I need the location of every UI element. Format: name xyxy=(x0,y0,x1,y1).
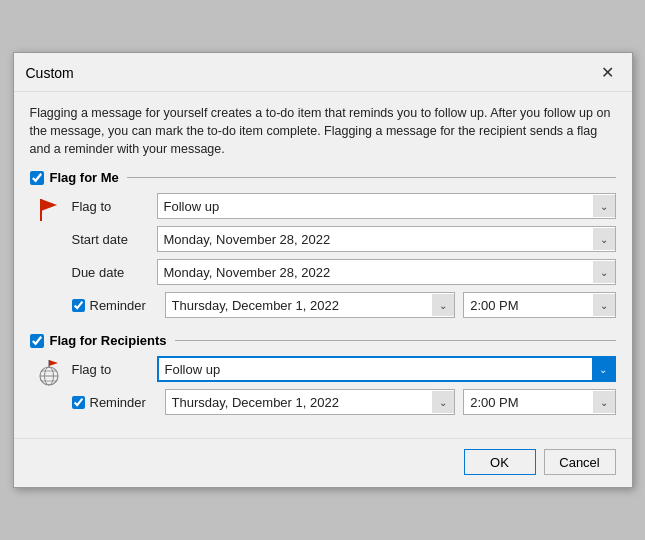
dialog-body: Flagging a message for yourself creates … xyxy=(14,92,632,434)
title-bar: Custom ✕ xyxy=(14,53,632,92)
reminder-me-checkbox[interactable] xyxy=(72,299,85,312)
flag-for-recipients-label[interactable]: Flag for Recipients xyxy=(30,333,167,348)
flag-world-icon xyxy=(34,358,64,388)
dialog-title: Custom xyxy=(26,65,74,81)
reminder-me-date-arrow: ⌄ xyxy=(432,294,454,316)
due-date-dropdown[interactable]: Monday, November 28, 2022 ⌄ xyxy=(157,259,616,285)
description-text: Flagging a message for yourself creates … xyxy=(30,104,616,158)
custom-dialog: Custom ✕ Flagging a message for yourself… xyxy=(13,52,633,488)
ok-button[interactable]: OK xyxy=(464,449,536,475)
flag-for-recipients-checkbox[interactable] xyxy=(30,334,44,348)
reminder-me-time-value: 2:00 PM xyxy=(470,298,592,313)
flag-me-icon-col xyxy=(30,193,68,223)
reminder-me-label[interactable]: Reminder xyxy=(72,298,157,313)
flag-red-icon xyxy=(35,195,63,223)
reminder-me-date-dropdown[interactable]: Thursday, December 1, 2022 ⌄ xyxy=(165,292,456,318)
flag-to-arrow: ⌄ xyxy=(593,195,615,217)
flag-for-me-section-header: Flag for Me xyxy=(30,170,616,185)
recipients-flag-to-dropdown[interactable]: Follow up ⌄ xyxy=(157,356,616,382)
flag-for-recipients-content: Flag to Follow up ⌄ Reminder Thursday, D… xyxy=(30,356,616,422)
flag-to-dropdown[interactable]: Follow up ⌄ xyxy=(157,193,616,219)
reminder-recipients-date-dropdown[interactable]: Thursday, December 1, 2022 ⌄ xyxy=(165,389,456,415)
start-date-dropdown[interactable]: Monday, November 28, 2022 ⌄ xyxy=(157,226,616,252)
reminder-recipients-time-dropdown[interactable]: 2:00 PM ⌄ xyxy=(463,389,615,415)
reminder-me-date-value: Thursday, December 1, 2022 xyxy=(172,298,433,313)
reminder-me-time-arrow: ⌄ xyxy=(593,294,615,316)
recipients-flag-to-label: Flag to xyxy=(72,362,147,377)
reminder-row-me: Reminder Thursday, December 1, 2022 ⌄ 2:… xyxy=(72,292,616,318)
due-date-value: Monday, November 28, 2022 xyxy=(164,265,593,280)
flag-for-recipients-fields: Flag to Follow up ⌄ Reminder Thursday, D… xyxy=(72,356,616,422)
flag-for-me-content: Flag to Follow up ⌄ Start date Monday, N… xyxy=(30,193,616,325)
due-date-arrow: ⌄ xyxy=(593,261,615,283)
start-date-label: Start date xyxy=(72,232,147,247)
due-date-row: Due date Monday, November 28, 2022 ⌄ xyxy=(72,259,616,285)
flag-for-me-label[interactable]: Flag for Me xyxy=(30,170,119,185)
section-divider xyxy=(127,177,616,178)
svg-marker-0 xyxy=(41,199,57,211)
reminder-me-time-dropdown[interactable]: 2:00 PM ⌄ xyxy=(463,292,615,318)
flag-to-label: Flag to xyxy=(72,199,147,214)
flag-for-me-fields: Flag to Follow up ⌄ Start date Monday, N… xyxy=(72,193,616,325)
start-date-arrow: ⌄ xyxy=(593,228,615,250)
section-divider-2 xyxy=(175,340,616,341)
due-date-label: Due date xyxy=(72,265,147,280)
reminder-row-recipients: Reminder Thursday, December 1, 2022 ⌄ 2:… xyxy=(72,389,616,415)
start-date-value: Monday, November 28, 2022 xyxy=(164,232,593,247)
recipients-flag-to-value: Follow up xyxy=(165,362,592,377)
recipients-flag-to-arrow: ⌄ xyxy=(592,358,614,380)
reminder-recipients-time-arrow: ⌄ xyxy=(593,391,615,413)
reminder-recipients-date-arrow: ⌄ xyxy=(432,391,454,413)
flag-for-me-checkbox[interactable] xyxy=(30,171,44,185)
close-button[interactable]: ✕ xyxy=(596,61,620,85)
flag-recipients-icon-col xyxy=(30,356,68,388)
cancel-button[interactable]: Cancel xyxy=(544,449,616,475)
reminder-recipients-checkbox[interactable] xyxy=(72,396,85,409)
svg-marker-8 xyxy=(49,360,58,366)
recipients-flag-to-row: Flag to Follow up ⌄ xyxy=(72,356,616,382)
reminder-recipients-time-value: 2:00 PM xyxy=(470,395,592,410)
reminder-recipients-date-value: Thursday, December 1, 2022 xyxy=(172,395,433,410)
start-date-row: Start date Monday, November 28, 2022 ⌄ xyxy=(72,226,616,252)
dialog-footer: OK Cancel xyxy=(14,438,632,487)
reminder-recipients-label[interactable]: Reminder xyxy=(72,395,157,410)
flag-to-value: Follow up xyxy=(164,199,593,214)
flag-to-row: Flag to Follow up ⌄ xyxy=(72,193,616,219)
flag-for-recipients-section-header: Flag for Recipients xyxy=(30,333,616,348)
